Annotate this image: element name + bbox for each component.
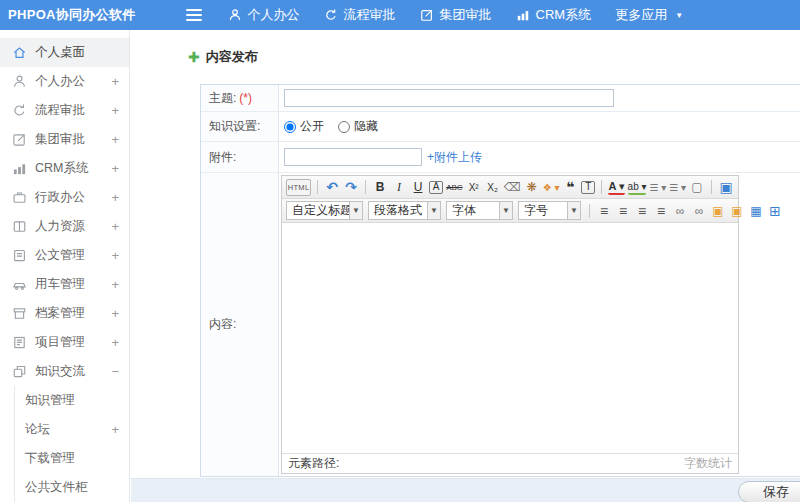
align-left-icon[interactable]: ≡	[596, 202, 612, 219]
sidebar-item-download-mgmt[interactable]: 下载管理	[0, 444, 129, 473]
highlight-color-icon[interactable]: ab ▾	[628, 180, 647, 195]
form-footer-bar: 保存	[131, 478, 800, 502]
media-icon[interactable]: ▦	[748, 202, 764, 219]
align-justify-icon[interactable]: ≡	[653, 202, 669, 219]
blockquote-icon[interactable]: ❝	[562, 179, 578, 196]
chart-icon	[516, 8, 530, 22]
attachment-input[interactable]	[284, 148, 422, 166]
preview-icon[interactable]: ▣	[718, 179, 734, 196]
radio-hidden[interactable]	[338, 121, 350, 133]
paste-text-icon[interactable]: T	[581, 181, 595, 194]
radio-hidden-option[interactable]: 隐藏	[338, 118, 378, 135]
align-center-icon[interactable]: ≡	[615, 202, 631, 219]
editor-toolbar-row2-icons: ≡≡≡≡∞∞▣▣▦⊞	[586, 202, 783, 219]
toolbar-separator	[601, 180, 602, 194]
element-path-label: 元素路径:	[288, 455, 339, 472]
sidebar-item-project-mgmt[interactable]: 项目管理 +	[0, 328, 129, 357]
sidebar-item-hr[interactable]: 人力资源 +	[0, 212, 129, 241]
caret-down-icon: ▼	[499, 202, 512, 219]
nav-workflow-approval[interactable]: 流程审批	[324, 6, 396, 24]
sidebar-item-personal-desktop[interactable]: 个人桌面	[0, 38, 129, 67]
nav-label: 个人办公	[248, 6, 300, 24]
paragraph-format-select[interactable]: 段落格式 ▼	[368, 201, 441, 220]
align-right-icon[interactable]: ≡	[634, 202, 650, 219]
word-count-label: 字数统计	[684, 455, 732, 472]
expand-indicator: +	[111, 103, 119, 118]
subject-row: 主题: (*)	[201, 85, 800, 112]
sidebar-item-vehicle-mgmt[interactable]: 用车管理 +	[0, 270, 129, 299]
page-title: 内容发布	[206, 48, 258, 66]
save-button[interactable]: 保存	[738, 481, 800, 502]
nav-more-apps[interactable]: 更多应用 ▼	[615, 6, 683, 24]
sidebar-item-knowledge-exchange[interactable]: 知识交流 −	[0, 357, 129, 386]
expand-indicator: +	[111, 248, 119, 263]
image-icon[interactable]: ▣	[710, 202, 726, 219]
undo-icon[interactable]: ↶	[324, 179, 340, 196]
book-icon	[11, 219, 27, 235]
select-label: 字体	[447, 202, 499, 219]
sidebar-item-public-file-cabinet[interactable]: 公共文件柜	[0, 473, 129, 502]
editor-content-area[interactable]	[282, 223, 738, 453]
attachment-upload-link[interactable]: +附件上传	[427, 149, 482, 166]
ordered-list-icon[interactable]: ☰ ▾	[649, 179, 666, 196]
unlink-icon[interactable]: ∞	[691, 202, 707, 219]
italic-icon[interactable]: I	[391, 179, 407, 196]
nav-personal-office[interactable]: 个人办公	[228, 6, 300, 24]
attachment-label: 附件:	[209, 149, 236, 166]
sidebar-item-knowledge-mgmt[interactable]: 知识管理	[0, 386, 129, 415]
project-icon	[11, 335, 27, 351]
sidebar-item-workflow-approval[interactable]: 流程审批 +	[0, 96, 129, 125]
sidebar-item-label: 个人桌面	[35, 44, 85, 61]
sidebar-item-label: 流程审批	[35, 102, 85, 119]
radio-public[interactable]	[284, 121, 296, 133]
expand-indicator: +	[111, 277, 119, 292]
caret-down-icon: ▼	[567, 202, 580, 219]
custom-heading-select[interactable]: 自定义标题 ▼	[286, 201, 363, 220]
knowledge-value-cell: 公开 隐藏	[279, 112, 800, 141]
format-painter-icon[interactable]: ❖ ▾	[543, 179, 560, 196]
unordered-list-icon[interactable]: ☰ ▾	[669, 179, 686, 196]
superscript-icon[interactable]: X²	[466, 179, 482, 196]
sidebar-item-label: 集团审批	[35, 131, 85, 148]
font-color-icon[interactable]: A ▾	[608, 180, 624, 195]
sidebar-item-archive-mgmt[interactable]: 档案管理 +	[0, 299, 129, 328]
table-icon[interactable]: ⊞	[767, 202, 783, 219]
sidebar-item-crm[interactable]: CRM系统 +	[0, 154, 129, 183]
font-size-select[interactable]: 字号 ▼	[518, 201, 581, 220]
font-family-select[interactable]: 字体 ▼	[446, 201, 513, 220]
link-icon[interactable]: ∞	[672, 202, 688, 219]
redo-icon[interactable]: ↷	[343, 179, 359, 196]
sidebar-item-document-mgmt[interactable]: 公文管理 +	[0, 241, 129, 270]
sidebar-item-label: 下载管理	[25, 450, 75, 467]
visibility-radio-group: 公开 隐藏	[284, 118, 378, 135]
topbar: PHPOA协同办公软件 个人办公 流程审批 集团审批 CRM系统	[0, 0, 800, 30]
insert-image-icon[interactable]: ▣	[729, 202, 745, 219]
eraser-icon[interactable]: ⌫	[504, 179, 521, 196]
sidebar-item-admin-office[interactable]: 行政办公 +	[0, 183, 129, 212]
underline-icon[interactable]: U	[410, 179, 426, 196]
clean-format-icon[interactable]: ❋	[524, 179, 540, 196]
sidebar-item-group-approval[interactable]: 集团审批 +	[0, 125, 129, 154]
sidebar-item-forum[interactable]: 论坛 +	[0, 415, 129, 444]
briefcase-icon	[11, 190, 27, 206]
sidebar-item-personal-office[interactable]: 个人办公 +	[0, 67, 129, 96]
char-border-icon[interactable]: A	[429, 181, 443, 194]
subscript-icon[interactable]: X₂	[485, 179, 501, 196]
nav-crm-system[interactable]: CRM系统	[516, 6, 592, 24]
html-source-button[interactable]: HTML	[286, 179, 311, 196]
toolbar-separator	[589, 204, 590, 218]
edit-icon	[11, 132, 27, 148]
strikethrough-icon[interactable]: ABC	[446, 179, 463, 196]
radio-public-option[interactable]: 公开	[284, 118, 324, 135]
edit-icon	[420, 8, 434, 22]
new-document-icon[interactable]: ▢	[689, 179, 705, 196]
main-content: ✚ 内容发布 主题: (*) 知识设置: 公开	[131, 30, 800, 502]
bold-icon[interactable]: B	[372, 179, 388, 196]
content-publish-form: 主题: (*) 知识设置: 公开 隐藏	[200, 84, 800, 477]
subject-input[interactable]	[284, 89, 614, 107]
subject-value-cell	[279, 85, 800, 111]
sidebar-item-label: 知识管理	[25, 392, 75, 409]
nav-group-approval[interactable]: 集团审批	[420, 6, 492, 24]
menu-icon[interactable]	[186, 9, 202, 21]
content-label: 内容:	[209, 316, 236, 333]
